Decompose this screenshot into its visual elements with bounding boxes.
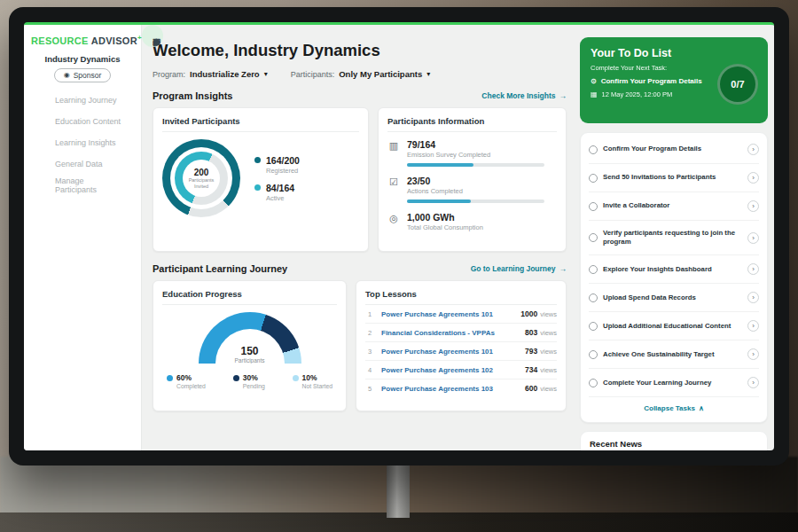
filter-dropdown[interactable]: Participants: Only My Participants ▾ <box>291 69 431 79</box>
task-chevron-icon[interactable]: › <box>747 263 759 275</box>
todo-task-row[interactable]: Invite a Collaborator › <box>589 192 759 221</box>
views-suffix: views <box>540 366 557 374</box>
next-task-row[interactable]: ⊙ Confirm Your Program Details <box>591 77 719 85</box>
gauge-legend: 60% Completed 30% Pending <box>162 373 337 389</box>
participants-information-card: Participants Information ▥ 79/164 Emissi… <box>378 107 567 252</box>
donut-legend: 164/200 Registered 84/164 Active <box>254 147 300 210</box>
todo-task-row[interactable]: Confirm Your Program Details › <box>589 136 759 164</box>
todo-task-row[interactable]: Verify participants requesting to join t… <box>589 221 759 255</box>
link-label: Go to Learning Journey <box>471 264 556 273</box>
task-checkbox[interactable] <box>589 265 598 274</box>
app-logo: RESOURCE ADVISOR+ <box>31 34 134 46</box>
legend-value: 84/164 <box>266 183 294 193</box>
task-chevron-icon[interactable]: › <box>747 320 759 332</box>
task-label: Upload Spend Data Records <box>603 293 742 302</box>
filter-dropdown[interactable]: Program: Industrialize Zero ▾ <box>153 69 268 79</box>
tasks-list: Confirm Your Program Details › Send 50 I… <box>589 136 759 397</box>
lesson-rank: 5 <box>365 385 374 393</box>
todo-task-row[interactable]: Complete Your Learning Journey › <box>589 369 759 397</box>
collapse-label: Collapse Tasks <box>644 404 695 412</box>
legend-label: Registered <box>266 167 300 175</box>
task-label: Invite a Collaborator <box>603 201 742 210</box>
task-checkbox[interactable] <box>589 379 598 387</box>
donut-inner-ring: 200 Participants Invited <box>175 152 228 205</box>
stat-value: 1,000 GWh <box>407 212 557 223</box>
lesson-views: 600 <box>525 384 537 393</box>
collapse-tasks-link[interactable]: Collapse Tasks ∧ <box>589 397 759 419</box>
stat-value: 23/50 <box>407 176 557 186</box>
lesson-link[interactable]: Power Purchase Agreements 101 <box>381 348 518 356</box>
lesson-link[interactable]: Financial Considerations - VPPAs <box>381 329 518 337</box>
sidebar-item[interactable]: Learning Journey <box>31 90 134 111</box>
arrow-right-icon: → <box>559 91 567 100</box>
sidebar-item[interactable]: ⚙ Settings <box>142 25 163 47</box>
task-checkbox[interactable] <box>589 174 598 183</box>
legend-item: 10% Not Started <box>293 373 332 389</box>
legend-item: 30% Pending <box>233 373 265 389</box>
views-suffix: views <box>540 348 557 356</box>
target-icon: ⊙ <box>591 78 597 85</box>
lesson-link[interactable]: Power Purchase Agreements 103 <box>381 385 518 393</box>
sponsor-badge[interactable]: ◉ Sponsor <box>54 68 112 82</box>
main-content: Welcome, Industry Dynamics Program: Indu… <box>142 25 577 450</box>
task-chevron-icon[interactable]: › <box>747 348 759 360</box>
dashboard-screen: RESOURCE ADVISOR+ Industry Dynamics ◉ Sp… <box>24 22 774 450</box>
task-label: Verify participants requesting to join t… <box>603 229 742 246</box>
lesson-rank: 4 <box>365 366 374 374</box>
page-title: Welcome, Industry Dynamics <box>153 41 567 60</box>
todo-panel: Your To Do List Complete Your Next Task:… <box>577 25 774 450</box>
legend-dot <box>293 375 299 381</box>
legend-label: Pending <box>243 383 265 389</box>
task-chevron-icon[interactable]: › <box>747 292 759 303</box>
stat-row: ▥ 79/164 Emission Survey Completed <box>387 139 557 167</box>
task-chevron-icon[interactable]: › <box>747 232 759 244</box>
task-label: Confirm Your Program Details <box>603 145 742 153</box>
todo-task-row[interactable]: Achieve One Sustainability Target › <box>589 340 759 369</box>
tasks-card: Confirm Your Program Details › Send 50 I… <box>580 132 768 423</box>
progress-bar <box>407 163 544 167</box>
task-chevron-icon[interactable]: › <box>747 200 759 212</box>
sidebar-item[interactable]: General Data <box>31 153 134 175</box>
lesson-row: 5 Power Purchase Agreements 103 600views <box>365 379 557 397</box>
chevron-down-icon: ▾ <box>426 70 430 78</box>
todo-task-row[interactable]: Upload Spend Data Records › <box>589 284 759 312</box>
lesson-link[interactable]: Power Purchase Agreements 102 <box>381 366 518 374</box>
lesson-rank: 1 <box>365 310 374 318</box>
education-progress-card: Education Progress 150 Participants <box>153 280 347 411</box>
todo-task-row[interactable]: Upload Additional Educational Content › <box>589 312 759 340</box>
stat-label: Actions Completed <box>407 187 557 195</box>
task-label: Explore Your Insights Dashboard <box>603 265 742 274</box>
go-to-learning-journey-link[interactable]: Go to Learning Journey → <box>471 264 567 273</box>
task-checkbox[interactable] <box>589 145 598 154</box>
task-checkbox[interactable] <box>589 233 598 242</box>
recent-news-card: Recent News <box>580 431 768 450</box>
task-checkbox[interactable] <box>589 202 598 211</box>
sidebar: RESOURCE ADVISOR+ Industry Dynamics ◉ Sp… <box>24 25 142 450</box>
sidebar-item[interactable]: Manage Participants <box>31 175 134 196</box>
todo-task-row[interactable]: Send 50 Invitations to Participants › <box>589 164 759 192</box>
next-task-label: Confirm Your Program Details <box>601 77 702 85</box>
task-label: Send 50 Invitations to Participants <box>603 173 742 182</box>
todo-task-row[interactable]: Explore Your Insights Dashboard › <box>589 255 759 284</box>
task-chevron-icon[interactable]: › <box>747 144 759 155</box>
todo-title: Your To Do List <box>591 47 757 59</box>
check-more-insights-link[interactable]: Check More Insights → <box>481 91 567 100</box>
task-checkbox[interactable] <box>589 293 598 302</box>
views-suffix: views <box>540 385 557 393</box>
legend-value: 164/200 <box>266 155 300 166</box>
sidebar-item[interactable]: Education Content <box>31 111 134 132</box>
sidebar-item[interactable]: Learning Insights <box>31 132 134 153</box>
lesson-link[interactable]: Power Purchase Agreements 101 <box>381 310 513 318</box>
progress-bar-fill <box>407 200 471 203</box>
task-checkbox[interactable] <box>589 322 598 331</box>
progress-bar-fill <box>407 163 473 167</box>
logo-text-secondary: ADVISOR <box>91 35 137 46</box>
section-title-program-insights: Program Insights <box>153 90 232 101</box>
task-chevron-icon[interactable]: › <box>747 377 759 388</box>
task-chevron-icon[interactable]: › <box>747 172 759 184</box>
recent-news-title: Recent News <box>590 439 758 449</box>
todo-progress-value: 0/7 <box>731 79 744 90</box>
task-checkbox[interactable] <box>589 350 598 359</box>
due-date-label: 12 May 2025, 12:00 PM <box>602 90 673 98</box>
actions-icon: ☑ <box>387 176 400 203</box>
